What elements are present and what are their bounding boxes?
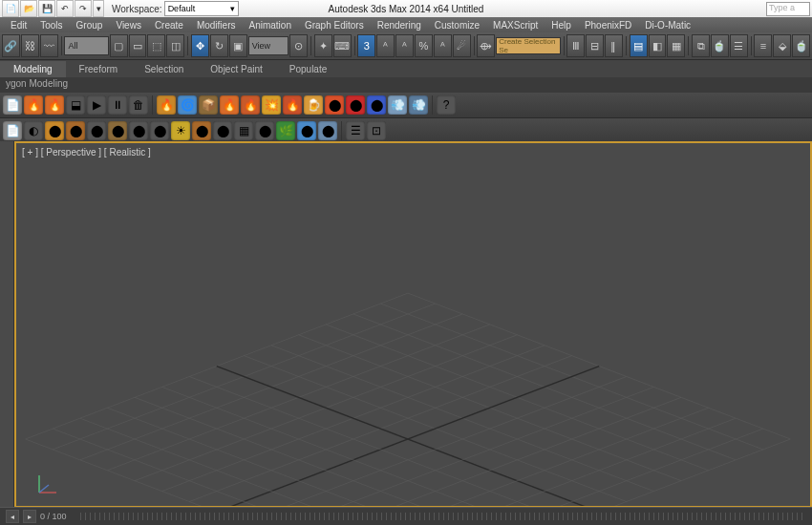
- tab-modeling[interactable]: Modeling: [0, 61, 66, 77]
- menu-rendering[interactable]: Rendering: [371, 20, 428, 31]
- align-icon[interactable]: ⊟: [586, 34, 604, 57]
- plugin-icon[interactable]: 🌿: [276, 121, 295, 140]
- ref-coord-system[interactable]: View: [248, 36, 289, 55]
- plugin-icon[interactable]: ⬤: [66, 121, 85, 140]
- plugin-icon[interactable]: ☰: [346, 121, 365, 140]
- material-editor-icon[interactable]: ⧉: [692, 34, 710, 57]
- use-pivot-icon[interactable]: ⊙: [289, 34, 308, 57]
- menu-modifiers[interactable]: Modifiers: [190, 20, 243, 31]
- plugin-icon[interactable]: ⬤: [346, 95, 365, 115]
- keyboard-shortcut-icon[interactable]: ⌨: [333, 34, 352, 57]
- timeline-next-icon[interactable]: ▸: [23, 510, 36, 523]
- plugin-icon[interactable]: ⬤: [129, 121, 148, 140]
- menu-phoenixfd[interactable]: PhoenixFD: [578, 20, 638, 31]
- render-frame-icon[interactable]: ☰: [730, 34, 748, 57]
- menu-di-o-matic[interactable]: Di-O-Matic: [638, 20, 697, 31]
- extra2-icon[interactable]: ⬙: [773, 34, 791, 57]
- plugin-icon[interactable]: 🗑: [129, 95, 148, 115]
- plugin-icon[interactable]: 🔥: [157, 95, 176, 115]
- plugin-icon[interactable]: 📦: [199, 95, 218, 115]
- timeline-track[interactable]: [80, 513, 806, 520]
- plugin-icon[interactable]: ?: [437, 95, 456, 115]
- plugin-icon[interactable]: ⬤: [45, 121, 64, 140]
- qat-dropdown-icon[interactable]: ▾: [93, 0, 104, 17]
- snap2-icon[interactable]: ☄: [453, 34, 471, 57]
- render-icon[interactable]: 🍵: [792, 34, 810, 57]
- plugin-icon[interactable]: 📄: [3, 121, 22, 140]
- plugin-icon[interactable]: ▶: [87, 95, 106, 115]
- save-file-icon[interactable]: 💾: [38, 0, 55, 17]
- plugin-icon[interactable]: ⬤: [192, 121, 211, 140]
- plugin-icon[interactable]: 🔥: [283, 95, 302, 115]
- plugin-icon[interactable]: 🌀: [178, 95, 197, 115]
- menu-create[interactable]: Create: [148, 20, 190, 31]
- plugin-icon[interactable]: ⬤: [318, 121, 337, 140]
- plugin-icon[interactable]: 💨: [388, 95, 407, 115]
- menu-customize[interactable]: Customize: [428, 20, 486, 31]
- spinner-snap-icon[interactable]: %: [415, 34, 433, 57]
- plugin-icon[interactable]: ⬤: [150, 121, 169, 140]
- extra1-icon[interactable]: ≡: [754, 34, 772, 57]
- layers-icon[interactable]: ▤: [630, 34, 648, 57]
- plugin-icon[interactable]: ⬤: [108, 121, 127, 140]
- redo-icon[interactable]: ↷: [75, 0, 92, 17]
- select-move-icon[interactable]: ✥: [191, 34, 209, 57]
- type-keyword-input[interactable]: Type a: [766, 2, 810, 16]
- plugin-icon[interactable]: ⬤: [325, 95, 344, 115]
- percent-snap-icon[interactable]: ᴬ: [395, 34, 414, 57]
- menu-tools[interactable]: Tools: [33, 20, 69, 31]
- tab-freeform[interactable]: Freeform: [66, 61, 132, 77]
- menu-edit[interactable]: Edit: [4, 20, 33, 31]
- timeline-prev-icon[interactable]: ◂: [6, 510, 19, 523]
- select-manipulate-icon[interactable]: ✦: [314, 34, 332, 57]
- mirror-icon[interactable]: Ⅲ: [566, 34, 585, 57]
- tab-object-paint[interactable]: Object Paint: [197, 61, 275, 77]
- named-sel-icon[interactable]: ⟴: [477, 34, 495, 57]
- workspace-selector[interactable]: Default▾: [164, 1, 239, 16]
- plugin-icon[interactable]: ⬓: [66, 95, 85, 115]
- plugin-icon[interactable]: 🔥: [24, 95, 43, 115]
- plugin-icon[interactable]: ◐: [24, 121, 43, 140]
- plugin-icon[interactable]: ⬤: [87, 121, 106, 140]
- selection-filter[interactable]: All: [64, 36, 108, 55]
- menu-help[interactable]: Help: [545, 20, 578, 31]
- plugin-icon[interactable]: ⬤: [255, 121, 274, 140]
- tab-selection[interactable]: Selection: [131, 61, 197, 77]
- menu-views[interactable]: Views: [109, 20, 148, 31]
- menu-group[interactable]: Group: [70, 20, 110, 31]
- perspective-viewport[interactable]: [ + ] [ Perspective ] [ Realistic ]: [14, 141, 812, 508]
- align2-icon[interactable]: ‖: [605, 34, 623, 57]
- plugin-icon[interactable]: 📄: [3, 95, 22, 115]
- plugin-icon[interactable]: ☀: [171, 121, 190, 140]
- plugin-icon[interactable]: ▦: [234, 121, 253, 140]
- render-setup-icon[interactable]: 🍵: [711, 34, 729, 57]
- open-file-icon[interactable]: 📂: [20, 0, 37, 17]
- curve-editor-icon[interactable]: ◧: [649, 34, 667, 57]
- unlink-icon[interactable]: ⛓: [21, 34, 39, 57]
- plugin-icon[interactable]: 💨: [409, 95, 428, 115]
- plugin-icon[interactable]: 💥: [262, 95, 281, 115]
- select-link-icon[interactable]: 🔗: [2, 34, 20, 57]
- menu-animation[interactable]: Animation: [242, 20, 297, 31]
- create-selection-set[interactable]: Create Selection Se: [496, 37, 560, 54]
- angle-snap-icon[interactable]: ᴬ: [376, 34, 395, 57]
- select-scale-icon[interactable]: ▣: [229, 34, 247, 57]
- plugin-icon[interactable]: ⬤: [367, 95, 386, 115]
- select-name-icon[interactable]: ▭: [129, 34, 147, 57]
- select-rotate-icon[interactable]: ↻: [210, 34, 228, 57]
- plugin-icon[interactable]: ⬤: [297, 121, 316, 140]
- plugin-icon[interactable]: 🔥: [45, 95, 64, 115]
- bind-space-warp-icon[interactable]: 〰: [40, 34, 58, 57]
- plugin-icon[interactable]: 🍺: [304, 95, 323, 115]
- undo-icon[interactable]: ↶: [56, 0, 74, 17]
- schematic-icon[interactable]: ▦: [667, 34, 685, 57]
- plugin-icon[interactable]: ⊡: [367, 121, 386, 140]
- plugin-icon[interactable]: 🔥: [220, 95, 239, 115]
- select-region-icon[interactable]: ⬚: [147, 34, 165, 57]
- new-file-icon[interactable]: 📄: [2, 0, 19, 17]
- window-crossing-icon[interactable]: ◫: [166, 34, 184, 57]
- plugin-icon[interactable]: 🔥: [241, 95, 260, 115]
- tab-populate[interactable]: Populate: [276, 61, 340, 77]
- menu-graph editors[interactable]: Graph Editors: [298, 20, 371, 31]
- select-object-icon[interactable]: ▢: [110, 34, 128, 57]
